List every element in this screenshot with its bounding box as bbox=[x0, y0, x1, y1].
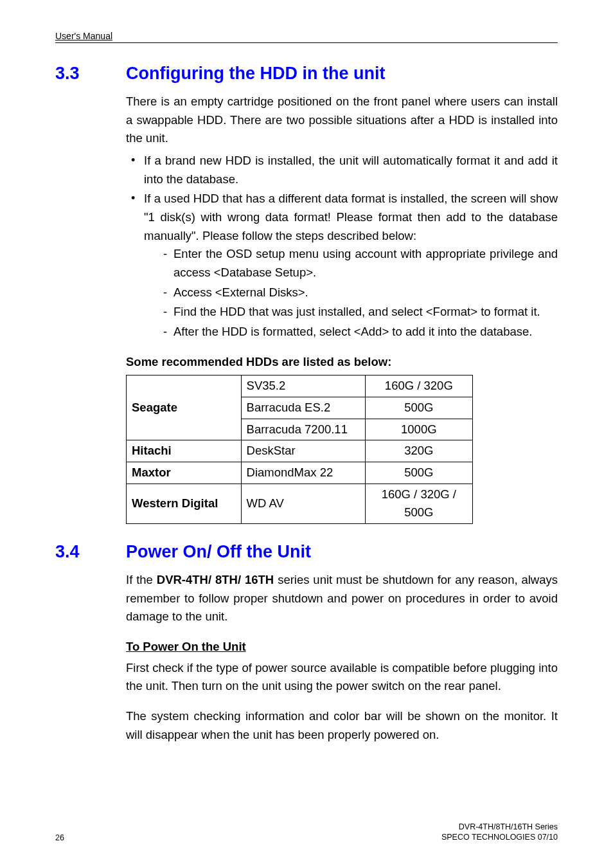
model-cell: WD AV bbox=[241, 484, 365, 523]
section-number: 3.4 bbox=[55, 542, 126, 562]
bullet-text: If a brand new HDD is installed, the uni… bbox=[144, 154, 558, 186]
table-caption: Some recommended HDDs are listed as belo… bbox=[126, 353, 558, 372]
section-title: Power On/ Off the Unit bbox=[126, 542, 311, 562]
capacity-cell: 500G bbox=[365, 462, 472, 484]
dash-item: Find the HDD that was just installed, an… bbox=[144, 303, 558, 321]
brand-cell: Western Digital bbox=[127, 484, 242, 523]
dash-item: Enter the OSD setup menu using account w… bbox=[144, 245, 558, 282]
page-footer: 26 DVR-4TH/8TH/16TH Series SPECO TECHNOL… bbox=[55, 822, 558, 843]
power-on-subheading: To Power On the Unit bbox=[126, 638, 558, 656]
model-cell: Barracuda ES.2 bbox=[241, 397, 365, 419]
capacity-cell: 160G / 320G bbox=[365, 375, 472, 397]
footer-page-number: 26 bbox=[55, 833, 64, 842]
table-row: Western Digital WD AV 160G / 320G / 500G bbox=[127, 484, 473, 523]
brand-cell: Hitachi bbox=[127, 440, 242, 462]
page: User's Manual 3.3 Configuring the HDD in… bbox=[0, 0, 613, 868]
hdd-table: Seagate SV35.2 160G / 320G Barracuda ES.… bbox=[126, 375, 473, 524]
model-cell: Barracuda 7200.11 bbox=[241, 419, 365, 440]
bullet-list: If a brand new HDD is installed, the uni… bbox=[126, 152, 558, 341]
section-3-3-body: There is an empty cartridge positioned o… bbox=[126, 93, 558, 524]
section-3-4-body: If the DVR-4TH/ 8TH/ 16TH series unit mu… bbox=[126, 571, 558, 748]
dash-item: After the HDD is formatted, select <Add>… bbox=[144, 323, 558, 341]
bullet-item: If a brand new HDD is installed, the uni… bbox=[126, 152, 558, 188]
footer-right: DVR-4TH/8TH/16TH Series SPECO TECHNOLOGI… bbox=[441, 822, 558, 843]
bullet-item: If a used HDD that has a different data … bbox=[126, 190, 558, 341]
model-cell: SV35.2 bbox=[241, 375, 365, 397]
section-3-4-heading: 3.4 Power On/ Off the Unit bbox=[55, 542, 558, 562]
footer-line1: DVR-4TH/8TH/16TH Series bbox=[441, 822, 558, 832]
capacity-cell: 160G / 320G / 500G bbox=[365, 484, 472, 523]
model-cell: DeskStar bbox=[241, 440, 365, 462]
section-3-3-heading: 3.3 Configuring the HDD in the unit bbox=[55, 64, 558, 84]
footer-line2: SPECO TECHNOLOGIES 07/10 bbox=[441, 832, 558, 842]
intro-bold: DVR-4TH/ 8TH/ 16TH bbox=[157, 573, 274, 586]
table-row: Hitachi DeskStar 320G bbox=[127, 440, 473, 462]
intro-prefix: If the bbox=[126, 573, 157, 586]
model-cell: DiamondMax 22 bbox=[241, 462, 365, 484]
table-row: Seagate SV35.2 160G / 320G bbox=[127, 375, 473, 397]
capacity-cell: 320G bbox=[365, 440, 472, 462]
table-row: Maxtor DiamondMax 22 500G bbox=[127, 462, 473, 484]
paragraph: First check if the type of power source … bbox=[126, 659, 558, 696]
intro-paragraph: If the DVR-4TH/ 8TH/ 16TH series unit mu… bbox=[126, 571, 558, 626]
dash-list: Enter the OSD setup menu using account w… bbox=[144, 245, 558, 341]
brand-cell: Seagate bbox=[127, 375, 242, 440]
section-title: Configuring the HDD in the unit bbox=[126, 64, 385, 84]
capacity-cell: 1000G bbox=[365, 419, 472, 440]
dash-item: Access <External Disks>. bbox=[144, 284, 558, 302]
page-header: User's Manual bbox=[55, 31, 558, 43]
bullet-text: If a used HDD that has a different data … bbox=[144, 192, 558, 242]
brand-cell: Maxtor bbox=[127, 462, 242, 484]
capacity-cell: 500G bbox=[365, 397, 472, 419]
paragraph: The system checking information and colo… bbox=[126, 707, 558, 744]
section-number: 3.3 bbox=[55, 64, 126, 84]
intro-paragraph: There is an empty cartridge positioned o… bbox=[126, 93, 558, 148]
